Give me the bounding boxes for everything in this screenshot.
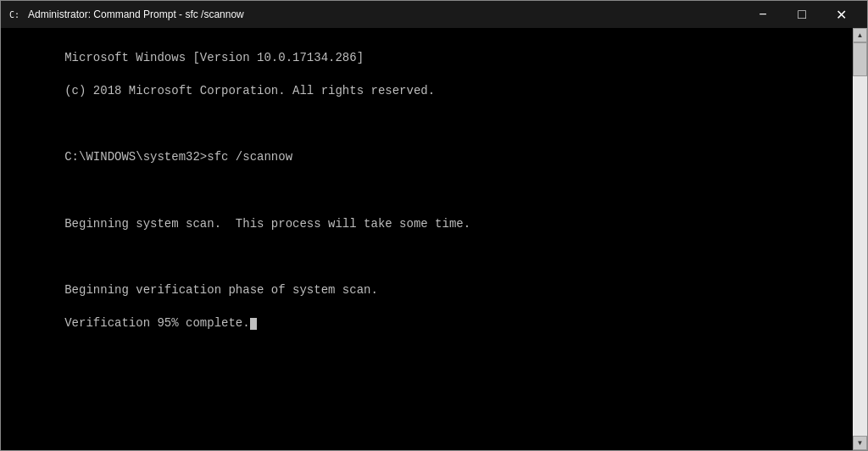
terminal-line-1: Microsoft Windows [Version 10.0.17134.28… [64, 51, 364, 64]
terminal-line-6: Beginning system scan. This process will… [64, 217, 470, 231]
terminal-line-9: Verification 95% complete. [64, 316, 249, 330]
terminal-cursor [250, 318, 257, 330]
window-body: Microsoft Windows [Version 10.0.17134.28… [1, 28, 867, 450]
cmd-window: C: Administrator: Command Prompt - sfc /… [0, 0, 868, 451]
scrollbar-up-button[interactable]: ▲ [853, 28, 867, 42]
scrollbar-down-button[interactable]: ▼ [853, 436, 867, 450]
maximize-button[interactable]: □ [782, 1, 821, 28]
cmd-icon: C: [8, 8, 21, 21]
terminal-line-4: C:\WINDOWS\system32>sfc /scannow [64, 150, 292, 164]
minimize-button[interactable]: − [743, 1, 782, 28]
scrollbar-track[interactable] [853, 42, 867, 436]
terminal-line-2: (c) 2018 Microsoft Corporation. All righ… [64, 84, 435, 97]
terminal-line-8: Beginning verification phase of system s… [64, 283, 378, 297]
terminal-area[interactable]: Microsoft Windows [Version 10.0.17134.28… [1, 28, 853, 450]
window-title: Administrator: Command Prompt - sfc /sca… [28, 8, 743, 20]
window-controls: − □ ✕ [743, 1, 860, 28]
svg-text:C:: C: [9, 10, 19, 19]
scrollbar: ▲ ▼ [853, 28, 867, 450]
scrollbar-thumb[interactable] [853, 42, 867, 76]
title-bar: C: Administrator: Command Prompt - sfc /… [1, 1, 867, 28]
close-button[interactable]: ✕ [821, 1, 860, 28]
terminal-output: Microsoft Windows [Version 10.0.17134.28… [8, 33, 846, 348]
